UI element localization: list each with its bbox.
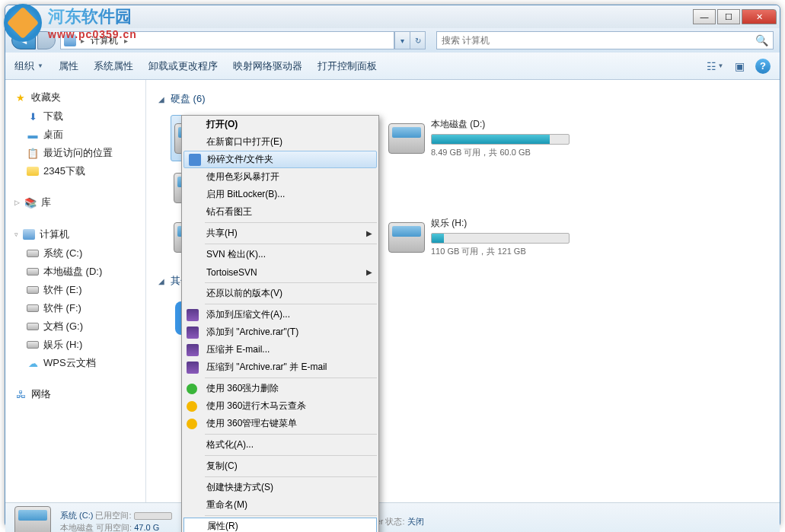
caret-icon: ▷: [14, 199, 20, 206]
library-icon: 📚: [24, 196, 37, 209]
star-icon: ★: [14, 91, 27, 104]
menu-item-label: 使用 360强力删除: [206, 382, 279, 395]
menu-item-label: 使用 360进行木马云查杀: [206, 400, 306, 413]
download-icon: ⬇: [27, 110, 39, 123]
status-free-value: 47.0 G: [134, 523, 159, 532]
menu-item-icon: [187, 309, 199, 321]
context-menu-item[interactable]: 添加到压缩文件(A)...: [182, 306, 378, 323]
refresh-button[interactable]: ↻: [410, 32, 425, 49]
menu-item-icon: [187, 206, 199, 218]
menu-item-label: 在新窗口中打开(E): [206, 135, 282, 148]
menu-item-label: SVN 检出(K)...: [206, 248, 266, 261]
address-dropdown-button[interactable]: ▾: [394, 32, 410, 49]
drive-icon: [27, 266, 39, 278]
sidebar-item-recent[interactable]: 📋最近访问的位置: [5, 144, 145, 162]
sidebar-computer-header[interactable]: ▿计算机: [5, 225, 145, 244]
context-menu-item[interactable]: 格式化(A)...: [182, 436, 378, 454]
context-menu-item[interactable]: 复制(C): [182, 457, 378, 475]
menu-item-label: 创建快捷方式(S): [206, 481, 273, 494]
sidebar-favorites-header[interactable]: ★收藏夹: [5, 88, 145, 107]
menu-item-icon: [187, 344, 199, 356]
menu-item-label: 钻石看图王: [206, 205, 252, 218]
drive-icon: [14, 506, 51, 533]
menu-item-label: 打开(O): [206, 118, 238, 131]
sidebar-item-drive-c[interactable]: 系统 (C:): [5, 244, 145, 263]
watermark-overlay: 河东软件园 www.pc0359.cn: [4, 4, 137, 42]
context-menu-item[interactable]: 属性(R): [183, 518, 377, 532]
sidebar-item-2345[interactable]: 2345下载: [5, 162, 145, 180]
maximize-button[interactable]: ☐: [717, 9, 740, 24]
menu-item-icon: [187, 249, 199, 261]
drive-item[interactable]: 本地磁盘 (D:) 8.49 GB 可用，共 60.0 GB: [385, 115, 573, 161]
sidebar-item-drive-d[interactable]: 本地磁盘 (D:): [5, 263, 145, 281]
context-menu-item[interactable]: TortoiseSVN▶: [182, 263, 378, 281]
explorer-window: — ☐ ✕ ◄ ▸ 计算机 ▸ ▾ ↻ 🔍 组织▼ 属性 系统属性 卸载或更改程…: [5, 5, 780, 527]
toolbar: 组织▼ 属性 系统属性 卸载或更改程序 映射网络驱动器 打开控制面板 ☷▼ ▣ …: [5, 53, 780, 80]
search-box[interactable]: 🔍: [436, 31, 774, 49]
drive-icon: [388, 123, 425, 154]
help-icon[interactable]: ?: [755, 59, 771, 74]
sidebar-item-downloads[interactable]: ⬇下载: [5, 107, 145, 126]
context-menu-item[interactable]: 使用色彩风暴打开: [182, 168, 378, 186]
chevron-down-icon: ◢: [158, 95, 164, 104]
context-menu-item[interactable]: SVN 检出(K)...: [182, 246, 378, 263]
drive-icon: [27, 339, 39, 351]
sidebar-item-desktop[interactable]: ▬桌面: [5, 126, 145, 144]
context-menu-item[interactable]: 启用 BitLocker(B)...: [182, 186, 378, 203]
status-drive-name: 系统 (C:): [60, 511, 93, 520]
control-panel-button[interactable]: 打开控制面板: [318, 59, 377, 73]
context-menu-item[interactable]: 共享(H)▶: [182, 225, 378, 242]
context-menu-item[interactable]: 创建快捷方式(S): [182, 479, 378, 496]
sidebar-item-drive-f[interactable]: 软件 (F:): [5, 299, 145, 317]
context-menu-item[interactable]: 压缩并 E-mail...: [182, 341, 378, 358]
drive-icon: [27, 247, 39, 260]
sidebar-item-drive-h[interactable]: 娱乐 (H:): [5, 336, 145, 354]
menu-item-label: 共享(H): [206, 227, 238, 240]
menu-item-icon: [187, 266, 199, 279]
context-menu-item[interactable]: 添加到 "Archive.rar"(T): [182, 323, 378, 341]
search-input[interactable]: [442, 35, 755, 46]
menu-item-icon: [187, 384, 197, 394]
status-used-label: 已用空间:: [95, 511, 131, 520]
uninstall-button[interactable]: 卸载或更改程序: [148, 59, 218, 73]
watermark-url: www.pc0359.cn: [48, 28, 137, 40]
menu-item-label: 添加到压缩文件(A)...: [206, 308, 290, 321]
menu-item-label: 复制(C): [206, 460, 238, 473]
context-menu-item[interactable]: 在新窗口中打开(E): [182, 133, 378, 151]
drive-space-text: 8.49 GB 可用，共 60.0 GB: [431, 147, 570, 158]
sidebar-item-drive-g[interactable]: 文档 (G:): [5, 317, 145, 336]
sidebar-libraries-header[interactable]: ▷📚库: [5, 193, 145, 212]
drive-item[interactable]: 娱乐 (H:) 110 GB 可用，共 121 GB: [385, 214, 573, 260]
sidebar-item-wps-cloud[interactable]: ☁WPS云文档: [5, 354, 145, 372]
context-menu-item[interactable]: 钻石看图王: [182, 203, 378, 221]
context-menu-item[interactable]: 打开(O): [182, 116, 378, 133]
drive-space-text: 110 GB 可用，共 121 GB: [431, 246, 570, 257]
system-properties-button[interactable]: 系统属性: [94, 59, 133, 73]
context-menu-item[interactable]: 粉碎文件/文件夹: [183, 151, 377, 168]
context-menu-item[interactable]: 重命名(M): [182, 496, 378, 514]
menu-item-label: 还原以前的版本(V): [206, 287, 282, 300]
search-icon[interactable]: 🔍: [755, 34, 768, 46]
context-menu-item[interactable]: 使用 360强力删除: [182, 380, 378, 397]
sidebar-network-header[interactable]: 🖧网络: [5, 384, 145, 404]
used-space-bar: [134, 512, 172, 520]
drives-section-header[interactable]: ◢硬盘 (6): [158, 88, 767, 110]
menu-item-icon: [187, 171, 199, 183]
properties-button[interactable]: 属性: [59, 59, 78, 73]
menu-item-label: 粉碎文件/文件夹: [207, 153, 273, 166]
context-menu-item[interactable]: 使用 360进行木马云查杀: [182, 397, 378, 415]
context-menu-item[interactable]: 使用 360管理右键菜单: [182, 415, 378, 432]
context-menu-item[interactable]: 还原以前的版本(V): [182, 285, 378, 302]
view-options-icon[interactable]: ☷▼: [707, 59, 723, 73]
close-button[interactable]: ✕: [742, 9, 777, 24]
drive-icon: [388, 222, 425, 253]
context-menu-item[interactable]: 压缩到 "Archive.rar" 并 E-mail: [182, 358, 378, 376]
sidebar-item-drive-e[interactable]: 软件 (E:): [5, 281, 145, 299]
minimize-button[interactable]: —: [693, 9, 716, 24]
submenu-arrow-icon: ▶: [366, 229, 372, 237]
computer-icon: [23, 228, 35, 241]
menu-item-label: 使用 360管理右键菜单: [206, 417, 297, 430]
map-drive-button[interactable]: 映射网络驱动器: [233, 59, 302, 73]
organize-menu[interactable]: 组织▼: [14, 59, 43, 73]
preview-pane-icon[interactable]: ▣: [731, 59, 748, 73]
